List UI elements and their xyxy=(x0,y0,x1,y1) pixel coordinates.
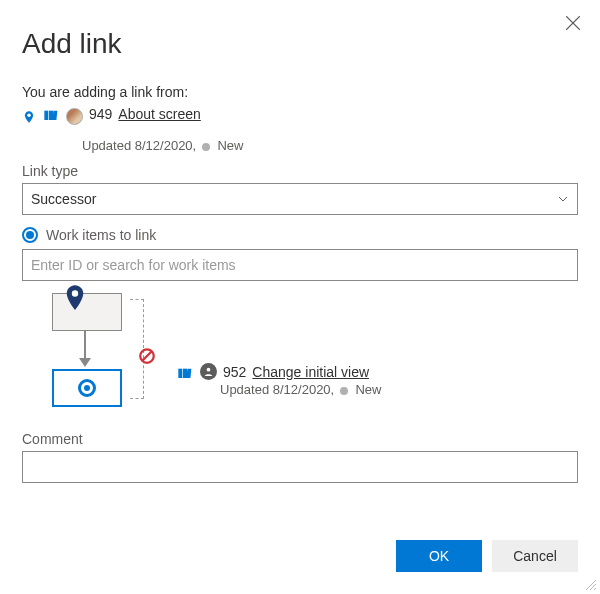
svg-line-8 xyxy=(143,352,152,361)
book-icon xyxy=(42,108,60,124)
avatar xyxy=(66,108,83,125)
source-work-item: 949 About screen xyxy=(22,106,578,124)
diagram-pin-icon xyxy=(64,285,86,313)
diagram-arrow-icon xyxy=(84,331,86,359)
pin-icon xyxy=(22,108,36,126)
linked-title-link[interactable]: Change initial view xyxy=(252,364,369,380)
svg-point-6 xyxy=(72,290,78,296)
work-items-heading-text: Work items to link xyxy=(46,227,156,243)
chevron-down-icon xyxy=(557,193,569,205)
comment-input[interactable] xyxy=(22,451,578,483)
source-updated: Updated 8/12/2020, xyxy=(82,138,196,153)
linked-id: 952 xyxy=(223,364,246,380)
unassigned-avatar-icon xyxy=(200,363,217,380)
diagram-target-icon xyxy=(78,379,96,397)
svg-rect-3 xyxy=(44,111,48,120)
diagram-source-card xyxy=(52,293,122,331)
svg-line-15 xyxy=(594,588,596,590)
diagram-target-card xyxy=(52,369,122,407)
state-dot-icon xyxy=(340,387,348,395)
link-type-value: Successor xyxy=(31,191,96,207)
relationship-diagram xyxy=(22,293,162,411)
link-type-label: Link type xyxy=(22,163,578,179)
source-meta: Updated 8/12/2020, New xyxy=(82,138,578,153)
source-title-link[interactable]: About screen xyxy=(118,106,201,122)
dialog-title: Add link xyxy=(22,28,578,60)
linked-work-item: 952 Change initial view Updated 8/12/202… xyxy=(176,293,381,397)
svg-rect-4 xyxy=(49,111,53,120)
book-icon xyxy=(176,366,194,382)
ok-button[interactable]: OK xyxy=(396,540,482,572)
svg-point-2 xyxy=(27,114,31,118)
close-button[interactable] xyxy=(564,14,582,32)
svg-rect-9 xyxy=(178,368,182,377)
linked-meta: Updated 8/12/2020, New xyxy=(220,382,381,397)
linked-updated: Updated 8/12/2020, xyxy=(220,382,334,397)
comment-label: Comment xyxy=(22,431,578,447)
target-icon xyxy=(22,227,38,243)
link-type-select[interactable]: Successor xyxy=(22,183,578,215)
svg-point-12 xyxy=(207,368,211,372)
source-state: New xyxy=(217,138,243,153)
state-dot-icon xyxy=(202,143,210,151)
svg-rect-10 xyxy=(183,368,187,377)
work-item-search-input[interactable] xyxy=(22,249,578,281)
source-id: 949 xyxy=(89,106,112,122)
intro-text: You are adding a link from: xyxy=(22,84,578,100)
forbidden-icon xyxy=(138,347,156,365)
svg-rect-5 xyxy=(52,111,57,120)
linked-state: New xyxy=(355,382,381,397)
resize-grip-icon[interactable] xyxy=(584,578,596,590)
work-items-heading: Work items to link xyxy=(22,227,578,243)
cancel-button[interactable]: Cancel xyxy=(492,540,578,572)
svg-rect-11 xyxy=(186,368,191,377)
